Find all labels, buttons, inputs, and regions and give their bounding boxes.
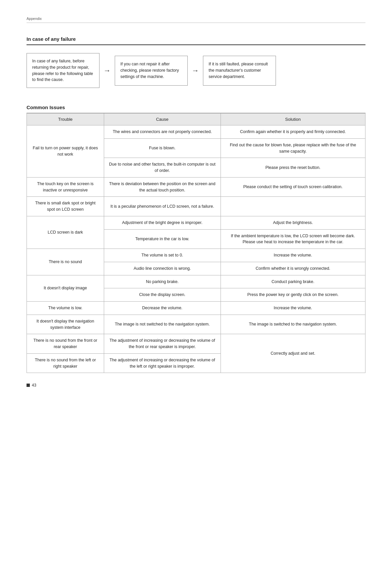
trouble-cell: It doesn't display image xyxy=(27,275,104,302)
trouble-cell: LCD screen is dark xyxy=(27,216,104,249)
cause-cell: Decrease the volume. xyxy=(104,302,221,315)
page-number-square xyxy=(27,384,30,387)
trouble-cell: There is small dark spot or bright spot … xyxy=(27,197,104,216)
page-number-text: 43 xyxy=(32,383,36,388)
header-cause: Cause xyxy=(104,113,221,125)
cause-cell: The image is not switched to the navigat… xyxy=(104,315,221,334)
table-row: It doesn't display the navigation system… xyxy=(27,315,365,334)
solution-cell: Increase the volume. xyxy=(221,302,365,315)
table-row: LCD screen is dark Adjustment of the bri… xyxy=(27,216,365,229)
cause-cell: It is a peculiar phenomenon of LCD scree… xyxy=(104,197,221,216)
flow-arrow-1: → xyxy=(103,66,111,75)
flow-arrow-2: → xyxy=(192,66,199,75)
solution-cell: Find out the cause for blown fuse, pleas… xyxy=(221,138,365,158)
cause-cell: The volume is set to 0. xyxy=(104,249,221,262)
header-solution: Solution xyxy=(221,113,365,125)
appendix-label: Appendix xyxy=(27,17,365,21)
cause-cell: Adjustment of the bright degree is impro… xyxy=(104,216,221,229)
trouble-cell: There is no sound from the left or right… xyxy=(27,353,104,373)
trouble-cell: It doesn't display the navigation system… xyxy=(27,315,104,334)
solution-cell: Press the power key or gently click on t… xyxy=(221,288,365,302)
trouble-cell: There is no sound from the front or rear… xyxy=(27,334,104,354)
solution-cell: Adjust the brightness. xyxy=(221,216,365,229)
solution-cell: If the ambient temperature is low, the L… xyxy=(221,229,365,249)
page: Appendix In case of any failure In case … xyxy=(0,0,392,582)
table-header-row: Trouble Cause Solution xyxy=(27,113,365,125)
table-row: Fail to turn on power supply, it does no… xyxy=(27,125,365,139)
flow-box-2: If you can not repair it after checking,… xyxy=(115,56,188,86)
flow-box-1: In case of any failure, before returning… xyxy=(27,53,99,88)
solution-cell: Conduct parking brake. xyxy=(221,275,365,288)
table-row: The touch key on the screen is inactive … xyxy=(27,177,365,197)
flow-diagram: In case of any failure, before returning… xyxy=(27,53,365,88)
common-issues-title: Common Issues xyxy=(27,105,365,110)
solution-cell: Confirm again whether it is properly and… xyxy=(221,125,365,139)
cause-cell: Temperature in the car is low. xyxy=(104,229,221,249)
solution-cell xyxy=(221,197,365,216)
solution-cell: Confirm whether it is wrongly connected. xyxy=(221,262,365,275)
cause-cell: No parking brake. xyxy=(104,275,221,288)
table-row: There is no sound The volume is set to 0… xyxy=(27,249,365,262)
solution-cell: The image is switched to the navigation … xyxy=(221,315,365,334)
failure-section-title: In case of any failure xyxy=(27,36,365,42)
trouble-cell: The volume is low. xyxy=(27,302,104,315)
trouble-cell: Fail to turn on power supply, it does no… xyxy=(27,125,104,178)
cause-cell: Fuse is blown. xyxy=(104,138,221,158)
page-number: 43 xyxy=(27,383,365,388)
cause-cell: The wires and connectors are not properl… xyxy=(104,125,221,139)
top-divider xyxy=(27,23,365,23)
table-row: There is no sound from the front or rear… xyxy=(27,334,365,354)
solution-cell: Please press the reset button. xyxy=(221,158,365,178)
table-row: There is small dark spot or bright spot … xyxy=(27,197,365,216)
cause-cell: There is deviation between the position … xyxy=(104,177,221,197)
solution-cell: Increase the volume. xyxy=(221,249,365,262)
trouble-cell: There is no sound xyxy=(27,249,104,275)
cause-cell: Due to noise and other factors, the buil… xyxy=(104,158,221,178)
table-row: It doesn't display image No parking brak… xyxy=(27,275,365,288)
flow-box-3: If it is still faulted, please consult t… xyxy=(203,56,276,86)
cause-cell: The adjustment of increasing or decreasi… xyxy=(104,353,221,373)
failure-title-underline xyxy=(27,44,365,45)
header-trouble: Trouble xyxy=(27,113,104,125)
issues-table: Trouble Cause Solution Fail to turn on p… xyxy=(27,113,365,373)
cause-cell: Audio line connection is wrong. xyxy=(104,262,221,275)
solution-cell: Please conduct the setting of touch scre… xyxy=(221,177,365,197)
solution-cell: Correctly adjust and set. xyxy=(221,334,365,373)
cause-cell: Close the display screen. xyxy=(104,288,221,302)
table-row: The volume is low. Decrease the volume. … xyxy=(27,302,365,315)
cause-cell: The adjustment of increasing or decreasi… xyxy=(104,334,221,354)
trouble-cell: The touch key on the screen is inactive … xyxy=(27,177,104,197)
